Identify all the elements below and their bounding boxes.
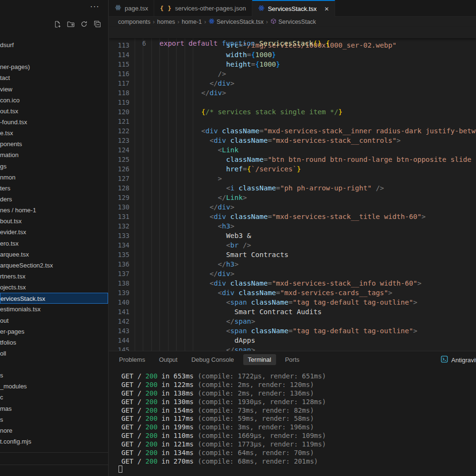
explorer-item[interactable]: rtners.tsx: [0, 271, 108, 282]
explorer-item[interactable]: ponents: [0, 139, 108, 149]
explorer-item[interactable]: -found.tsx: [0, 117, 108, 128]
code-line-144[interactable]: 144 dApps: [109, 336, 476, 345]
explorer-item[interactable]: nes / home-1: [0, 205, 108, 216]
explorer-item[interactable]: mation: [0, 149, 108, 160]
explorer-item[interactable]: ojects.tsx: [0, 282, 108, 293]
new-file-icon[interactable]: [53, 20, 61, 28]
panel-tab-problems[interactable]: Problems: [114, 354, 150, 365]
code-line-120[interactable]: 120 {/* services stack single item */}: [109, 107, 476, 117]
explorer-item[interactable]: out: [0, 315, 108, 326]
code-line-143[interactable]: 143 <span className="tag tag-default tag…: [109, 326, 476, 336]
explorer-item[interactable]: s: [0, 370, 108, 381]
code-line-118[interactable]: 118 </div>: [109, 88, 476, 98]
explorer-item[interactable]: tact: [0, 72, 108, 83]
code-line-140[interactable]: 140 <span className="tag tag-default tag…: [109, 298, 476, 307]
code-line-132[interactable]: 132 <h3>: [109, 221, 476, 231]
explorer-item[interactable]: gs: [0, 161, 108, 172]
terminal-profile-label: Antigravity: [451, 357, 476, 364]
breadcrumb-item[interactable]: home-1: [182, 19, 202, 25]
explorer-item[interactable]: e.tsx: [0, 128, 108, 139]
panel-tab-output[interactable]: Output: [154, 354, 182, 365]
code-text: height={1000}: [129, 60, 280, 68]
code-line-127[interactable]: 127 >: [109, 174, 476, 183]
code-line-115[interactable]: 115 height={1000}: [109, 60, 476, 69]
breadcrumb-item-symbol[interactable]: ServicesStack: [270, 18, 316, 26]
code-line-130[interactable]: 130 </div>: [109, 202, 476, 212]
code-line-128[interactable]: 128 <i className="ph ph-arrow-up-right" …: [109, 183, 476, 193]
sticky-scroll-line[interactable]: 6export default function ServicesStack()…: [109, 27, 476, 38]
panel-tab-bar: Problems Output Debug Console Terminal P…: [114, 354, 304, 365]
explorer-item[interactable]: estimonials.tsx: [0, 304, 108, 315]
refresh-icon[interactable]: [80, 20, 88, 28]
code-line-137[interactable]: 137 </div>: [109, 269, 476, 278]
code-line-139[interactable]: 139 <div className="mxd-services-cards__…: [109, 288, 476, 298]
breadcrumb-item[interactable]: homes: [157, 19, 175, 25]
breadcrumb-item-file[interactable]: ServicesStack.tsx: [208, 18, 264, 26]
panel-tab-terminal[interactable]: Terminal: [243, 354, 276, 365]
explorer-item[interactable]: tfolios: [0, 337, 108, 348]
code-line-141[interactable]: 141 Smart Contract Audits: [109, 307, 476, 317]
explorer-item[interactable]: s: [0, 414, 108, 425]
explorer-item[interactable]: bout.tsx: [0, 216, 108, 227]
tab-label: page.tsx: [125, 5, 148, 12]
code-line-136[interactable]: 136 </h3>: [109, 259, 476, 269]
code-text: </span>: [129, 317, 255, 325]
explorer-item[interactable]: con.ico: [0, 95, 108, 106]
code-text: <div className="mxd-services-cards__tags…: [129, 289, 392, 297]
panel-tab-ports[interactable]: Ports: [280, 354, 304, 365]
code-line-125[interactable]: 125 className="btn btn-round btn-round-l…: [109, 155, 476, 164]
code-line-121[interactable]: 121: [109, 117, 476, 126]
explorer-item[interactable]: out.tsx: [0, 106, 108, 117]
explorer-item[interactable]: ero.tsx: [0, 238, 108, 249]
code-line-145[interactable]: 145 </span>: [109, 345, 476, 351]
tab-page-tsx[interactable]: page.tsx: [109, 0, 154, 17]
explorer-sidebar: ··· dsurfner-pages)tactviewcon.icoout.ts…: [0, 0, 109, 476]
explorer-item[interactable]: ters: [0, 183, 108, 194]
code-text: Smart Contract Audits: [129, 308, 322, 316]
line-number: 129: [109, 193, 129, 202]
views-overflow-menu[interactable]: ···: [90, 2, 99, 11]
code-line-116[interactable]: 116 />: [109, 69, 476, 79]
new-folder-icon[interactable]: [67, 20, 75, 28]
terminal-output[interactable]: GET / 200 in 653ms (compile: 1722µs, ren…: [121, 372, 326, 466]
explorer-item[interactable]: nmon: [0, 172, 108, 183]
explorer-item[interactable]: t.config.mjs: [0, 436, 108, 447]
explorer-item[interactable]: arqueeSection2.tsx: [0, 260, 108, 271]
code-line-135[interactable]: 135 Smart Contracts: [109, 250, 476, 259]
explorer-item[interactable]: oll: [0, 348, 108, 359]
code-line-117[interactable]: 117 </div>: [109, 79, 476, 88]
tab-servicesstack-tsx[interactable]: ServicesStack.tsx ✕: [252, 0, 336, 17]
code-line-126[interactable]: 126 href={`/services`}: [109, 164, 476, 174]
explorer-item[interactable]: er-pages: [0, 326, 108, 337]
collapse-all-icon[interactable]: [93, 20, 101, 28]
explorer-item[interactable]: mas: [0, 403, 108, 414]
breadcrumb-item[interactable]: components: [118, 19, 150, 25]
code-area[interactable]: 113 src="/img/services/1000x1000_ser-02.…: [109, 38, 476, 351]
tab-services-other-pages-json[interactable]: { } services-other-pages.json: [154, 0, 252, 17]
explorer-item[interactable]: ders: [0, 194, 108, 205]
explorer-item[interactable]: ner-pages): [0, 61, 108, 72]
code-line-124[interactable]: 124 <Link: [109, 145, 476, 155]
code-line-119[interactable]: 119: [109, 98, 476, 107]
terminal-profile-antigravity[interactable]: Antigravity: [441, 356, 476, 364]
code-line-129[interactable]: 129 </Link>: [109, 193, 476, 202]
code-line-122[interactable]: 122 <div className="mxd-services-stack__…: [109, 126, 476, 136]
close-icon[interactable]: ✕: [324, 6, 329, 12]
code-line-134[interactable]: 134 <br />: [109, 240, 476, 250]
explorer-item[interactable]: dsurf: [0, 40, 108, 50]
editor-tab-bar: page.tsx { } services-other-pages.json S…: [109, 0, 476, 17]
explorer-item-selected[interactable]: ervicesStack.tsx: [0, 293, 108, 304]
explorer-item[interactable]: nore: [0, 425, 108, 436]
code-line-142[interactable]: 142 </span>: [109, 317, 476, 326]
explorer-item[interactable]: c: [0, 392, 108, 403]
code-line-138[interactable]: 138 <div className="mxd-services-stack__…: [109, 278, 476, 288]
explorer-item[interactable]: arquee.tsx: [0, 249, 108, 260]
explorer-item[interactable]: evider.tsx: [0, 227, 108, 238]
code-line-133[interactable]: 133 Web3 &: [109, 231, 476, 240]
explorer-item[interactable]: _modules: [0, 381, 108, 392]
code-line-123[interactable]: 123 <div className="mxd-services-stack__…: [109, 136, 476, 145]
panel-tab-debug-console[interactable]: Debug Console: [187, 354, 239, 365]
code-line-131[interactable]: 131 <div className="mxd-services-stack__…: [109, 212, 476, 221]
explorer-item[interactable]: view: [0, 84, 108, 95]
code-line-114[interactable]: 114 width={1000}: [109, 50, 476, 60]
